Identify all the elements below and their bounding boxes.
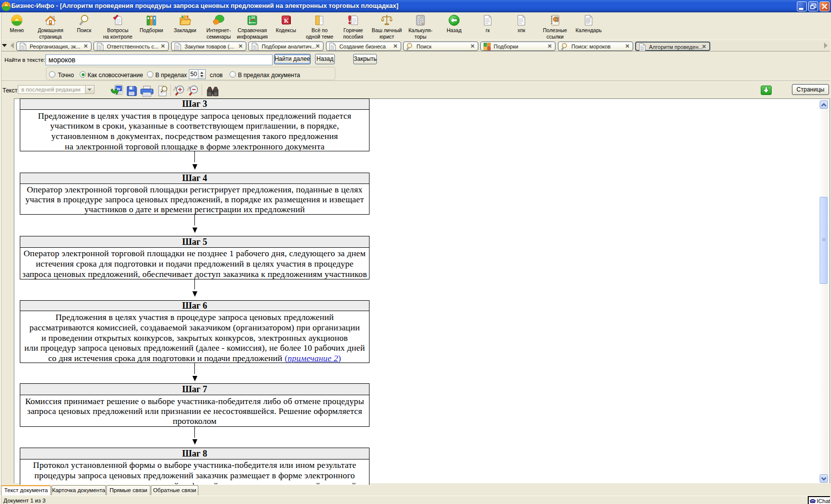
svg-text:123: 123: [419, 16, 422, 18]
svg-text:$€: $€: [251, 16, 255, 19]
svg-text:К: К: [284, 17, 289, 24]
